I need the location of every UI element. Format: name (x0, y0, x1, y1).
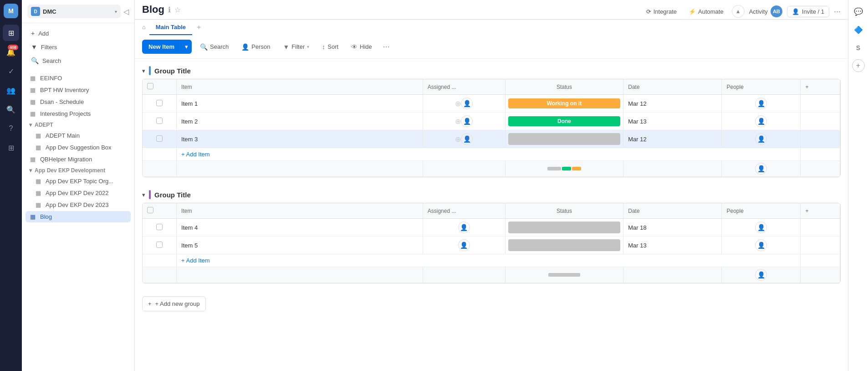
add-column-header[interactable]: + (801, 203, 840, 219)
search-button[interactable]: 🔍 Search (195, 41, 233, 53)
person-invite-icon: 👤 (792, 8, 799, 15)
sidebar-item-qbhelper[interactable]: ▦ QBHelper Migration (26, 154, 131, 165)
summary-bar-green (562, 167, 571, 170)
group-collapse-icon-2[interactable]: ▾ (142, 191, 145, 198)
select-all-checkbox[interactable] (147, 83, 153, 89)
sidebar-item-dsan-schedule[interactable]: ▦ Dsan - Schedule (26, 96, 131, 108)
sidebar-item-adept-main[interactable]: ▦ ADEPT Main (26, 130, 131, 141)
search-rail-icon[interactable]: 🔍 (3, 101, 19, 118)
app-logo[interactable]: M (4, 4, 18, 18)
filter-button[interactable]: ▼ Filter ▾ (278, 41, 314, 53)
integrate-label: Integrate (654, 8, 677, 15)
sidebar-item-ekp-topic[interactable]: ▦ App Dev EKP Topic Org... (26, 175, 131, 187)
tab-row: ⌂ Main Table + (135, 20, 848, 35)
invite-button[interactable]: 👤 Invite / 1 (787, 6, 829, 17)
add-button[interactable]: + Add (27, 27, 129, 40)
automate-button[interactable]: ⚡ Automate (685, 6, 727, 17)
assigned-cell: 👤 (423, 219, 505, 237)
status-cell[interactable]: Working on it (505, 95, 623, 113)
person-button[interactable]: 👤 Person (237, 41, 275, 53)
row-checkbox[interactable] (156, 224, 163, 230)
extra-cell (801, 113, 840, 130)
more-options-icon[interactable]: ··· (834, 7, 841, 16)
board-icon: ▦ (35, 178, 42, 185)
add-item-button[interactable]: + Add Item (177, 148, 801, 161)
status-cell[interactable] (505, 237, 623, 254)
header-actions: ⟳ Integrate ⚡ Automate ▲ Activity AB 👤 I… (643, 5, 841, 18)
board-icon: ▦ (29, 75, 36, 82)
sidebar-section-adept[interactable]: ▾ ADEPT (26, 120, 131, 130)
integrate-icon: ⟳ (646, 8, 651, 15)
row-checkbox[interactable] (156, 100, 163, 106)
monday-icon[interactable]: 🔷 (852, 23, 865, 36)
row-checkbox[interactable] (156, 118, 163, 124)
assigned-cell: ⊕ 👤 (423, 113, 505, 130)
sidebar-item-interesting-projects[interactable]: ▦ Interesting Projects (26, 108, 131, 119)
sidebar-collapse-icon[interactable]: ◁ (123, 7, 129, 16)
status-badge: Working on it (508, 98, 621, 108)
check-icon[interactable]: ✓ (3, 63, 19, 79)
status-cell[interactable] (505, 219, 623, 237)
status-cell[interactable]: Done (505, 113, 623, 130)
board-icon: ▦ (35, 190, 42, 196)
hide-button[interactable]: 👁 Hide (347, 41, 377, 53)
row-checkbox[interactable] (156, 242, 163, 248)
home-icon[interactable]: ⊞ (3, 25, 19, 41)
main-content: Blog ℹ ☆ ⟳ Integrate ⚡ Automate ▲ Activi… (135, 0, 848, 371)
add-item-button[interactable]: + Add Item (177, 254, 801, 267)
group-collapse-icon-1[interactable]: ▾ (142, 67, 145, 74)
board-icon: ▦ (29, 98, 36, 105)
page-title: Blog (142, 4, 164, 15)
item-cell: Item 1 (177, 95, 423, 113)
status-column-header: Status (505, 79, 623, 95)
tab-main-table[interactable]: Main Table (149, 20, 192, 35)
sidebar-item-bpt-hw-inventory[interactable]: ▦ BPT HW Inventory (26, 84, 131, 96)
search-right-icon[interactable]: S (852, 41, 865, 55)
add-assigned-icon[interactable]: ⊕ (455, 99, 461, 108)
activity-panel-icon[interactable]: 💬 (852, 5, 865, 18)
bell-icon[interactable]: 🔔 408 (3, 44, 19, 60)
sidebar-item-ekp-dev-2022[interactable]: ▦ App Dev EKP Dev 2022 (26, 187, 131, 199)
filters-button[interactable]: ▼ Filters (27, 41, 129, 53)
star-icon[interactable]: ☆ (174, 5, 181, 14)
question-icon[interactable]: ? (3, 120, 19, 137)
tab-add-button[interactable]: + (194, 20, 204, 35)
workspace-selector[interactable]: D DMC ▾ (27, 5, 121, 18)
add-panel-button[interactable]: + (852, 59, 865, 72)
item-cell: Item 4 (177, 219, 423, 237)
assigned-column-header: Assigned ... (423, 203, 505, 219)
chevron-adept-icon: ▾ (29, 122, 32, 128)
person-toolbar-icon: 👤 (241, 43, 249, 51)
sort-button[interactable]: ↕ Sort (317, 41, 343, 53)
activity-button[interactable]: Activity AB (749, 5, 782, 17)
search-sidebar-button[interactable]: 🔍 Search (27, 54, 129, 67)
select-all-checkbox[interactable] (147, 207, 153, 213)
new-item-button[interactable]: New Item (142, 40, 181, 54)
sidebar-item-eeinfo[interactable]: ▦ EEINFO (26, 72, 131, 84)
add-assigned-icon[interactable]: ⊕ (455, 117, 461, 126)
summary-row: 👤 (143, 267, 840, 283)
status-cell[interactable] (505, 130, 623, 148)
add-column-header[interactable]: + (801, 79, 840, 95)
nav-item-label: Blog (40, 213, 52, 220)
assigned-cell: ⊕ 👤 (423, 95, 505, 113)
info-icon[interactable]: ℹ (168, 5, 171, 14)
nav-section-label: App Dev EKP Development (35, 167, 105, 174)
sidebar-section-ekp[interactable]: ▾ App Dev EKP Development (26, 165, 131, 175)
add-new-group-button[interactable]: + + Add new group (142, 296, 206, 311)
integrate-button[interactable]: ⟳ Integrate (643, 6, 680, 17)
row-checkbox[interactable] (156, 135, 163, 142)
sidebar-item-ekp-dev-2023[interactable]: ▦ App Dev EKP Dev 2023 (26, 199, 131, 211)
item-column-header: Item (177, 79, 423, 95)
people-icon[interactable]: 👥 (3, 82, 19, 98)
new-item-dropdown-button[interactable]: ▾ (181, 40, 192, 54)
status-empty-badge (508, 133, 621, 145)
toolbar-more-icon[interactable]: ··· (380, 40, 393, 53)
add-group-icon: + (148, 300, 152, 307)
add-assigned-icon[interactable]: ⊕ (455, 135, 461, 144)
nav-item-label: EEINFO (40, 75, 62, 82)
sidebar-item-app-dev-suggestion[interactable]: ▦ App Dev Suggestion Box (26, 142, 131, 153)
apps-icon[interactable]: ⊞ (3, 139, 19, 156)
collapse-button[interactable]: ▲ (732, 5, 745, 18)
sidebar-item-blog[interactable]: ▦ Blog (26, 211, 131, 222)
